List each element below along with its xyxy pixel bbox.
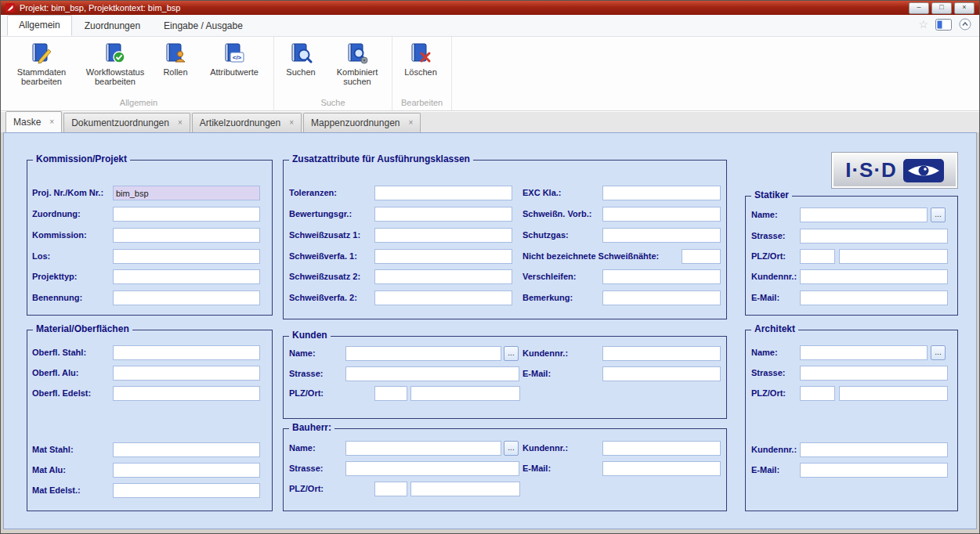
statiker-strasse-input[interactable]: [800, 229, 948, 244]
schweissverfa2-label: Schweißverfa. 2:: [289, 293, 357, 302]
ribbon-tab-zuordnungen[interactable]: Zuordnungen: [74, 16, 151, 36]
statiker-kundennr-input[interactable]: [800, 269, 948, 284]
benennung-input[interactable]: [113, 290, 260, 305]
delete-button[interactable]: Löschen: [396, 38, 446, 78]
close-tab-icon[interactable]: ×: [49, 118, 54, 126]
architekt-browse-button[interactable]: ...: [931, 345, 946, 360]
kunden-kundennr-input[interactable]: [602, 346, 721, 361]
exc-kla-input[interactable]: [602, 186, 721, 200]
los-input[interactable]: [113, 249, 260, 264]
oberfl-edelst-input[interactable]: [113, 386, 260, 401]
kunden-name-label: Name:: [289, 348, 316, 358]
kunden-strasse-input[interactable]: [345, 366, 519, 381]
toleranzen-input[interactable]: [374, 186, 512, 200]
architekt-ort-input[interactable]: [839, 386, 948, 401]
button-label: Suchen: [286, 67, 315, 77]
minimize-icon[interactable]: –: [909, 2, 929, 14]
search-button[interactable]: Suchen: [277, 38, 324, 78]
bauherr-plz-input[interactable]: [374, 482, 407, 496]
architekt-email-input[interactable]: [800, 463, 948, 478]
application-window: Projekt: bim_bsp, Projektkontext: bim_bs…: [0, 0, 980, 534]
architekt-plz-input[interactable]: [800, 386, 835, 401]
verschleifen-label: Verschleifen:: [523, 272, 576, 281]
favorite-star-icon[interactable]: ☆: [918, 19, 928, 30]
verschleifen-input[interactable]: [602, 269, 721, 284]
delete-icon: [409, 41, 432, 65]
bauherr-kundennr-label: Kundennr.:: [523, 443, 568, 453]
close-tab-icon[interactable]: ×: [178, 119, 183, 127]
architekt-kundennr-input[interactable]: [800, 442, 948, 457]
schweissnaehte-input[interactable]: [682, 249, 721, 264]
exc-kla-label: EXC Kla.:: [523, 188, 562, 197]
oberfl-alu-input[interactable]: [113, 366, 260, 381]
ribbon-tab-bar: Allgemein Zuordnungen Eingabe / Ausgabe: [1, 15, 979, 37]
statiker-browse-button[interactable]: ...: [931, 207, 946, 222]
bauherr-email-input[interactable]: [602, 461, 721, 476]
bauherr-name-input[interactable]: [345, 441, 501, 456]
statiker-plz-input[interactable]: [800, 249, 835, 264]
button-label: Stammdaten bearbeiten: [10, 67, 73, 86]
ribbon-tab-allgemein[interactable]: Allgemein: [7, 15, 72, 36]
maximize-icon[interactable]: □: [931, 2, 952, 14]
kommission-input[interactable]: [113, 228, 260, 243]
schweisszusatz2-input[interactable]: [374, 269, 512, 284]
schweisszusatz1-input[interactable]: [374, 228, 512, 243]
architekt-strasse-input[interactable]: [800, 366, 948, 381]
app-logo-icon: [5, 3, 15, 13]
bauherr-browse-button[interactable]: ...: [504, 441, 519, 456]
edit-master-data-icon: [30, 41, 53, 65]
oberfl-stahl-input[interactable]: [113, 345, 260, 360]
close-tab-icon[interactable]: ×: [408, 119, 413, 127]
collapse-ribbon-icon[interactable]: [959, 18, 971, 31]
bauherr-kundennr-input[interactable]: [602, 441, 721, 456]
bauherr-name-label: Name:: [289, 443, 316, 453]
proj-nr-input[interactable]: [113, 186, 260, 200]
zuordnung-input[interactable]: [113, 207, 260, 222]
bewertungsgr-input[interactable]: [374, 207, 512, 222]
statiker-ort-input[interactable]: [839, 249, 948, 264]
edit-workflow-status-button[interactable]: Workflowstatus bearbeiten: [78, 38, 153, 88]
oberfl-stahl-label: Oberfl. Stahl:: [32, 348, 86, 357]
mat-edelst-input[interactable]: [113, 483, 260, 498]
tab-mappenzuordnungen[interactable]: Mappenzuordnungen ×: [303, 113, 421, 132]
tab-maske[interactable]: Maske ×: [5, 111, 62, 132]
kunden-email-input[interactable]: [602, 366, 721, 381]
schweissn-vorb-input[interactable]: [602, 207, 721, 222]
bauherr-strasse-input[interactable]: [345, 461, 519, 476]
mat-stahl-input[interactable]: [113, 442, 260, 457]
title-bar[interactable]: Projekt: bim_bsp, Projektkontext: bim_bs…: [1, 1, 979, 15]
kunden-ort-input[interactable]: [410, 386, 520, 401]
bemerkung-input[interactable]: [602, 290, 721, 305]
kunden-browse-button[interactable]: ...: [504, 346, 519, 361]
schweissverfa1-input[interactable]: [374, 249, 512, 264]
zuordnung-label: Zuordnung:: [32, 209, 81, 218]
kunden-plz-input[interactable]: [374, 386, 407, 401]
attribute-values-button[interactable]: </> Attributwerte: [198, 38, 270, 78]
kunden-name-input[interactable]: [345, 346, 501, 361]
bauherr-ort-input[interactable]: [410, 482, 520, 496]
edit-master-data-button[interactable]: Stammdaten bearbeiten: [7, 38, 76, 88]
mat-alu-input[interactable]: [113, 463, 260, 478]
projekttyp-input[interactable]: [113, 269, 260, 284]
close-tab-icon[interactable]: ×: [289, 119, 294, 127]
ribbon-group-label: Suche: [277, 96, 389, 110]
benennung-label: Benennung:: [32, 293, 82, 302]
schutzgas-input[interactable]: [602, 228, 721, 243]
group-title: Kommission/Projekt: [33, 153, 130, 164]
bauherr-email-label: E-Mail:: [523, 464, 551, 473]
close-icon[interactable]: ×: [954, 2, 975, 14]
roles-button[interactable]: Rollen: [154, 38, 197, 78]
ribbon-corner-controls: ☆: [918, 18, 971, 31]
statiker-email-input[interactable]: [800, 290, 948, 305]
statiker-name-input[interactable]: [800, 207, 928, 222]
tab-dokumentzuordnungen[interactable]: Dokumentzuordnungen ×: [63, 113, 190, 132]
button-label: Attributwerte: [210, 67, 259, 77]
combined-search-button[interactable]: Kombiniert suchen: [326, 38, 389, 88]
statiker-name-label: Name:: [751, 210, 778, 219]
schweissverfa2-input[interactable]: [374, 290, 512, 305]
tab-artikelzuordnungen[interactable]: Artikelzuordnungen ×: [192, 113, 302, 132]
mat-alu-label: Mat Alu:: [32, 465, 66, 474]
architekt-name-input[interactable]: [800, 345, 928, 360]
panel-icon[interactable]: [935, 19, 952, 31]
ribbon-tab-eingabe-ausgabe[interactable]: Eingabe / Ausgabe: [153, 16, 254, 36]
